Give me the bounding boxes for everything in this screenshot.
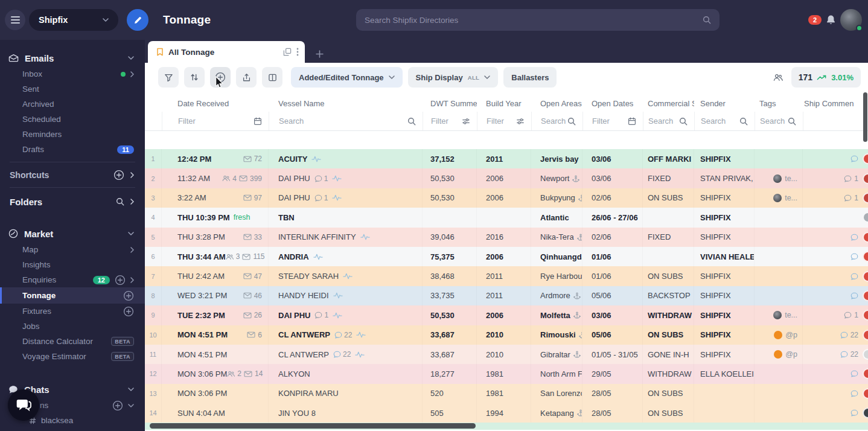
sidebar-item-reminders[interactable]: Reminders bbox=[0, 127, 145, 142]
ship-display-dropdown[interactable]: Ship Display ALL bbox=[408, 67, 499, 88]
table-row[interactable]: 6THU 3:44 AM3115ANDRIA75,3752006Qinhuang… bbox=[145, 247, 868, 266]
vessel-comments[interactable]: 1 bbox=[314, 311, 328, 319]
cell-open-dates[interactable]: 01/05 - 31/05 bbox=[582, 345, 643, 364]
sort-button[interactable] bbox=[184, 67, 205, 88]
cell-ship-comments[interactable] bbox=[803, 266, 868, 286]
cell-tags[interactable]: @p bbox=[755, 325, 803, 345]
sidebar-section-emails[interactable]: Emails bbox=[0, 49, 145, 66]
cell-tags[interactable] bbox=[755, 403, 803, 423]
table-row[interactable]: 211:32 AM4399DAI PHU150,5302006Newport03… bbox=[145, 168, 868, 188]
cell-vessel-name[interactable]: JIN YOU 8 bbox=[269, 403, 423, 423]
sidebar-item-jobs[interactable]: Jobs bbox=[0, 319, 145, 334]
cell-dwt-summer[interactable]: 50,530 bbox=[423, 305, 477, 325]
cell-open-dates[interactable]: 01/06 bbox=[582, 266, 643, 286]
cell-vessel-name[interactable]: DAI PHU1 bbox=[269, 188, 423, 208]
column-header-build-year[interactable]: Build Year bbox=[477, 99, 531, 108]
column-filter-open-dates[interactable]: Filter bbox=[582, 112, 643, 130]
cell-sender[interactable]: SHIPFIX bbox=[694, 208, 755, 227]
cell-sender[interactable]: ELLA KOELLEI bbox=[694, 364, 755, 383]
cell-ship-comments[interactable]: 1 bbox=[803, 305, 868, 325]
cell-sender[interactable]: SHIPFIX bbox=[694, 266, 755, 286]
cell-commercial-status[interactable]: WITHDRAW bbox=[643, 305, 694, 325]
cell-vessel-name[interactable]: STEADY SARAH bbox=[269, 266, 423, 286]
vessel-comments[interactable]: 22 bbox=[334, 331, 352, 339]
cell-open-dates[interactable]: 28/05 bbox=[582, 384, 643, 403]
chat-widget-button[interactable] bbox=[8, 389, 39, 421]
cell-open-areas[interactable]: Ardmore bbox=[531, 286, 582, 305]
column-header-open-dates[interactable]: Open Dates bbox=[582, 99, 643, 108]
cell-open-dates[interactable]: 05/06 bbox=[582, 286, 643, 305]
sidebar-item-drafts[interactable]: Drafts11 bbox=[0, 142, 145, 157]
cell-dwt-summer[interactable]: 505 bbox=[423, 403, 477, 423]
cell-dwt-summer[interactable]: 33,735 bbox=[423, 286, 477, 305]
cell-tags[interactable] bbox=[755, 266, 803, 286]
sidebar-item-inbox[interactable]: Inbox bbox=[0, 66, 145, 81]
column-header-open-areas[interactable]: Open Areas bbox=[531, 99, 582, 108]
column-header-dwt-summer[interactable]: DWT Summer bbox=[423, 99, 477, 108]
cell-dwt-summer[interactable]: 33,687 bbox=[423, 325, 477, 345]
cell-tags[interactable] bbox=[755, 286, 803, 305]
cell-open-dates[interactable]: 01/06 bbox=[582, 247, 643, 266]
views-dropdown[interactable]: Added/Edited Tonnage bbox=[291, 67, 403, 88]
table-row[interactable]: 14SUN 4:04 AMJIN YOU 85051994Ketapang28/… bbox=[145, 403, 868, 423]
cell-dwt-summer[interactable]: 18,277 bbox=[423, 364, 477, 383]
cell-build-year[interactable]: 1994 bbox=[477, 403, 531, 423]
tab-all-tonnage[interactable]: All Tonnage bbox=[148, 41, 305, 63]
column-filter-open-areas[interactable]: Search bbox=[531, 112, 582, 130]
column-header-vessel-name[interactable]: Vessel Name bbox=[269, 99, 423, 108]
cell-sender[interactable]: SHIPFIX bbox=[694, 345, 755, 364]
cell-ship-comments[interactable] bbox=[803, 228, 868, 247]
cell-date-received[interactable]: THU 10:39 PMfresh bbox=[162, 208, 269, 227]
cell-dwt-summer[interactable]: 37,152 bbox=[423, 149, 477, 168]
cell-ship-comments[interactable] bbox=[803, 403, 868, 423]
cell-dwt-summer[interactable]: 520 bbox=[423, 384, 477, 403]
cell-build-year[interactable]: 1981 bbox=[477, 384, 531, 403]
cell-date-received[interactable]: 11:32 AM4399 bbox=[162, 168, 269, 188]
cell-date-received[interactable]: THU 3:28 PM33 bbox=[162, 228, 269, 247]
cell-sender[interactable]: SHIPFIX bbox=[694, 188, 755, 208]
cell-ship-comments[interactable]: 22 bbox=[803, 325, 868, 345]
cell-commercial-status[interactable]: ON SUBS bbox=[643, 266, 694, 286]
cell-open-areas[interactable]: Molfetta bbox=[531, 305, 582, 325]
table-row[interactable]: 11MON 4:51 PMCL ANTWERP2233,6872010Gibra… bbox=[145, 345, 868, 364]
cell-sender[interactable]: VIVIAN HEALE bbox=[694, 247, 755, 266]
column-header-ship-commen[interactable]: Ship Commen bbox=[803, 99, 868, 108]
sidebar-channel-deepsea[interactable]: deepsea bbox=[0, 428, 145, 431]
cell-vessel-name[interactable]: INTERLINK AFFINITY bbox=[269, 228, 423, 247]
cell-date-received[interactable]: WED 3:21 PM46 bbox=[162, 286, 269, 305]
column-header-commercial-s[interactable]: Commercial S bbox=[643, 99, 694, 108]
cell-open-areas[interactable]: San Lorenzo bbox=[531, 384, 582, 403]
cell-commercial-status[interactable]: FIXED bbox=[643, 168, 694, 188]
cell-ship-comments[interactable] bbox=[803, 149, 868, 168]
cell-open-dates[interactable]: 03/06 bbox=[582, 305, 643, 325]
cell-open-areas[interactable]: Atlantic bbox=[531, 208, 582, 227]
cell-commercial-status[interactable]: GONE IN-H bbox=[643, 345, 694, 364]
cell-open-areas[interactable]: Gibraltar bbox=[531, 345, 582, 364]
table-row[interactable]: 9TUE 2:32 PM26DAI PHU150,5302006Molfetta… bbox=[145, 305, 868, 325]
table-row[interactable]: 7THU 2:42 AM47STEADY SARAH38,4682011Rye … bbox=[145, 266, 868, 286]
sidebar-item-archived[interactable]: Archived bbox=[0, 97, 145, 112]
cell-build-year[interactable]: 2006 bbox=[477, 188, 531, 208]
cell-date-received[interactable]: MON 4:51 PM6 bbox=[162, 325, 269, 345]
cell-sender[interactable]: SHIPFIX bbox=[694, 325, 755, 345]
column-filter-dwt-summer[interactable]: Filter bbox=[423, 112, 477, 130]
cell-build-year[interactable]: 2010 bbox=[477, 345, 531, 364]
cell-tags[interactable] bbox=[755, 364, 803, 383]
cell-tags[interactable] bbox=[755, 247, 803, 266]
cell-vessel-name[interactable]: CL ANTWERP22 bbox=[269, 325, 423, 345]
cell-tags[interactable] bbox=[755, 208, 803, 227]
cell-tags[interactable] bbox=[755, 384, 803, 403]
cell-date-received[interactable]: TUE 2:32 PM26 bbox=[162, 305, 269, 325]
cell-date-received[interactable]: THU 2:42 AM47 bbox=[162, 266, 269, 286]
table-row[interactable]: 8WED 3:21 PM46HANDY HEIDI33,7352011Ardmo… bbox=[145, 286, 868, 305]
ballasters-button[interactable]: Ballasters bbox=[503, 67, 557, 88]
cell-open-dates[interactable]: 28/05 bbox=[582, 403, 643, 423]
sidebar-item-insights[interactable]: Insights bbox=[0, 257, 145, 272]
vessel-comments[interactable]: 22 bbox=[333, 350, 351, 359]
notification-badge[interactable]: 2 bbox=[808, 15, 822, 25]
cell-ship-comments[interactable] bbox=[803, 384, 868, 403]
column-header-tags[interactable]: Tags bbox=[755, 99, 803, 108]
columns-button[interactable] bbox=[262, 67, 282, 88]
cell-tags[interactable]: te... bbox=[755, 305, 803, 325]
cell-sender[interactable] bbox=[694, 384, 755, 403]
